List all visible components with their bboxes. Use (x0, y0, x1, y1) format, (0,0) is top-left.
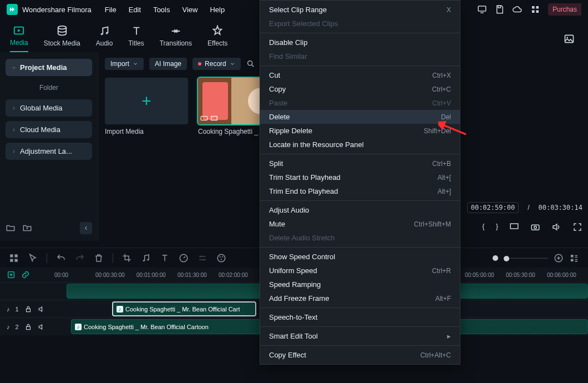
speaker-icon[interactable] (38, 305, 45, 313)
music-icon[interactable] (141, 253, 151, 263)
adjust-icon[interactable] (197, 253, 207, 263)
ctx-delete[interactable]: DeleteDel (260, 110, 460, 124)
ctx-copy-effect[interactable]: Copy EffectCtrl+Alt+C (260, 348, 460, 362)
ctx-trim-start-to-playhead[interactable]: Trim Start to PlayheadAlt+[ (260, 170, 460, 184)
tab-stock-media[interactable]: Stock Media (44, 25, 80, 52)
titles-icon (130, 25, 143, 37)
import-media-tile[interactable]: + Import Media (105, 78, 188, 135)
apps-icon[interactable] (530, 4, 540, 14)
snapshot-icon[interactable] (530, 222, 540, 234)
ctx-label: Delete Audio Stretch (269, 234, 335, 242)
color-icon[interactable] (216, 253, 226, 263)
new-bin-icon[interactable] (22, 223, 32, 233)
purchase-button[interactable]: Purchas (548, 3, 581, 16)
timecode-separator: / (528, 204, 529, 211)
chevron-down-icon (230, 61, 235, 67)
menu-edit[interactable]: Edit (129, 6, 141, 14)
ctx-label: Cut (269, 71, 280, 79)
new-folder-icon[interactable] (6, 223, 16, 233)
tab-audio-label: Audio (96, 39, 113, 47)
ctx-show-speed-control[interactable]: Show Speed Control (260, 250, 460, 264)
cloud-upload-icon[interactable] (513, 4, 523, 14)
ctx-ripple-delete[interactable]: Ripple DeleteShift+Del (260, 124, 460, 138)
ctx-trim-end-to-playhead[interactable]: Trim End to PlayheadAlt+] (260, 184, 460, 198)
tracks-manager-icon[interactable] (9, 253, 19, 263)
ctx-add-freeze-frame[interactable]: Add Freeze FrameAlt+F (260, 291, 460, 305)
import-dropdown[interactable]: Import (105, 58, 144, 70)
tab-media[interactable]: Media (10, 24, 28, 52)
sidebar-cloud-media[interactable]: Cloud Media (6, 121, 92, 138)
mark-in-icon[interactable]: { (482, 222, 484, 234)
ctx-split[interactable]: SplitCtrl+B (260, 157, 460, 170)
sidebar-global-media[interactable]: Global Media (6, 99, 92, 117)
save-icon[interactable] (495, 4, 505, 14)
redo-icon[interactable] (75, 253, 85, 263)
sidebar-collapse-button[interactable] (80, 222, 92, 234)
menu-file[interactable]: File (105, 6, 116, 14)
ctx-adjust-audio[interactable]: Adjust Audio (260, 203, 460, 217)
fullscreen-icon[interactable] (572, 222, 582, 234)
view-options-icon[interactable] (569, 253, 579, 263)
search-icon[interactable] (246, 59, 255, 68)
sidebar-project-media[interactable]: Project Media (6, 59, 92, 76)
monitor-icon[interactable] (477, 4, 487, 14)
ctx-label: Split (269, 159, 283, 168)
menu-view[interactable]: View (182, 6, 197, 14)
tab-transitions[interactable]: Transitions (160, 25, 192, 52)
undo-icon[interactable] (56, 253, 66, 263)
ctx-shortcut: Ctrl+Alt+C (420, 351, 451, 359)
video-type-icon (200, 114, 218, 122)
svg-point-8 (101, 33, 103, 36)
zoom-plus-icon[interactable] (554, 253, 564, 263)
ctx-label: Add Freeze Frame (269, 294, 329, 303)
player-controls: 00:02:59:00 / 00:03:30:14 (453, 202, 582, 213)
ai-image-button[interactable]: AI Image (149, 58, 187, 70)
ctx-copy[interactable]: CopyCtrl+C (260, 82, 460, 96)
ctx-smart-edit-tool[interactable]: Smart Edit Tool▸ (260, 329, 460, 343)
timeline-clip-audio-1[interactable]: ♪Cooking Spaghetti _ Mr. Bean Official C… (112, 301, 256, 316)
text-tool-icon[interactable] (160, 253, 170, 263)
speed-icon[interactable] (179, 253, 189, 263)
music-note-icon: ♪ (7, 324, 10, 330)
ctx-uniform-speed[interactable]: Uniform SpeedCtrl+R (260, 264, 460, 278)
monitor-icon[interactable] (509, 222, 519, 234)
ctx-locate-in-the-resource-panel[interactable]: Locate in the Resource Panel (260, 138, 460, 152)
zoom-minus-icon[interactable] (493, 255, 498, 261)
lock-icon[interactable] (24, 305, 32, 313)
record-label: Record (205, 60, 226, 68)
ctx-speed-ramping[interactable]: Speed Ramping (260, 278, 460, 291)
ctx-label: Select Clip Range (269, 6, 327, 14)
ctx-mute[interactable]: MuteCtrl+Shift+M (260, 217, 460, 231)
delete-icon[interactable] (94, 253, 104, 263)
ctx-select-clip-range[interactable]: Select Clip RangeX (260, 3, 460, 17)
select-tool-icon[interactable] (28, 253, 38, 263)
tab-titles[interactable]: Titles (128, 25, 144, 52)
ruler-mark: 00:05:00:00 (465, 272, 506, 278)
crop-icon[interactable] (122, 253, 132, 263)
sidebar-folder-label[interactable]: Folder (6, 80, 92, 95)
ctx-cut[interactable]: CutCtrl+X (260, 68, 460, 82)
preview-image-icon[interactable] (564, 33, 575, 46)
mark-out-icon[interactable]: } (496, 222, 498, 234)
lock-icon[interactable] (24, 323, 32, 331)
volume-icon[interactable] (551, 222, 561, 234)
tab-titles-label: Titles (128, 39, 144, 47)
ctx-label: Trim End to Playhead (269, 187, 338, 195)
ctx-speech-to-text[interactable]: Speech-to-Text (260, 310, 460, 324)
zoom-slider[interactable] (504, 258, 548, 259)
record-dropdown[interactable]: Record (192, 58, 241, 70)
timecode-current[interactable]: 00:02:59:00 (467, 202, 519, 213)
chevron-right-icon (11, 149, 17, 154)
sidebar-adjustment-layer[interactable]: Adjustment La... (6, 143, 92, 160)
tab-audio[interactable]: Audio (96, 25, 113, 52)
tab-effects[interactable]: Effects (207, 25, 227, 52)
link-icon[interactable] (21, 270, 30, 279)
speaker-icon[interactable] (38, 323, 45, 331)
menu-help[interactable]: Help (210, 6, 225, 14)
ctx-label: Copy Effect (269, 351, 306, 359)
menu-tools[interactable]: Tools (153, 6, 170, 14)
svg-point-33 (221, 259, 222, 260)
add-track-icon[interactable] (7, 270, 16, 279)
ctx-disable-clip[interactable]: Disable Clip (260, 36, 460, 49)
ai-image-label: AI Image (155, 60, 181, 68)
